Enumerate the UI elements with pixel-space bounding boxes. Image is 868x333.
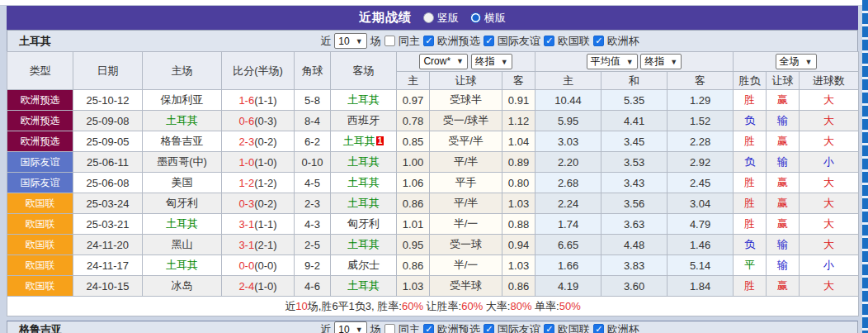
score: 0-0(0-0) xyxy=(222,255,295,276)
goals-result-cell: 大 xyxy=(800,90,859,111)
home-team[interactable]: 土耳其 xyxy=(143,255,222,276)
handicap-result-cell: 赢 xyxy=(767,214,800,235)
col-header-avg-draw: 和 xyxy=(601,72,668,90)
odds-stage-select[interactable]: 终指 ▼ xyxy=(471,54,512,69)
near-label: 近 xyxy=(320,322,331,333)
corner-score: 6-2 xyxy=(295,131,331,152)
match-type-badge: 欧洲预选 xyxy=(7,111,73,131)
home-team[interactable]: 保加利亚 xyxy=(143,90,222,111)
radio-vertical-layout[interactable]: 竖版 xyxy=(423,11,459,26)
home-team[interactable]: 墨西哥(中) xyxy=(143,152,222,173)
crow-home-odds: 0.97 xyxy=(397,90,430,111)
scrollbar[interactable] xyxy=(862,0,868,333)
away-team[interactable]: 土耳其 xyxy=(331,152,397,173)
away-team[interactable]: 土耳其 xyxy=(331,173,397,193)
crow-away-odds: 0.89 xyxy=(502,152,535,173)
table-row: 国际友谊 25-06-11 墨西哥(中) 1-0(1-0) 0-10 土耳其 1… xyxy=(7,152,859,173)
crow-away-odds: 0.88 xyxy=(502,214,535,235)
league-checkbox-friendly[interactable] xyxy=(484,324,494,333)
corner-score: 5-8 xyxy=(295,90,331,111)
away-team[interactable]: 土耳其 xyxy=(331,276,397,297)
table-row: 欧洲预选 25-09-05 格鲁吉亚 2-3(0-2) 6-2 土耳其1 0.8… xyxy=(7,131,859,152)
result-cell: 负 xyxy=(734,235,767,255)
match-date: 24-11-17 xyxy=(73,255,143,276)
home-team[interactable]: 美国 xyxy=(143,173,222,193)
league-checkbox-nations[interactable] xyxy=(544,324,554,333)
table-row: 欧洲预选 25-10-12 保加利亚 1-6(1-1) 5-8 土耳其 0.97… xyxy=(7,90,859,111)
home-team[interactable]: 黑山 xyxy=(143,235,222,255)
handicap-result-cell: 赢 xyxy=(767,131,800,152)
content: 近期战绩 竖版 横版 土耳其 近 10 ▼ 场 同主 xyxy=(7,6,858,333)
avg-stage-select[interactable]: 终指 ▼ xyxy=(640,54,682,69)
same-home-label: 同主 xyxy=(399,34,420,49)
table-row: 欧国联 24-10-15 冰岛 2-4(1-0) 4-6 土耳其 1.03 受半… xyxy=(7,276,859,297)
goals-result-cell: 大 xyxy=(800,111,859,131)
home-team[interactable]: 冰岛 xyxy=(143,276,222,297)
handicap-result-cell: 输 xyxy=(767,235,800,255)
avg-draw-odds: 3.53 xyxy=(601,152,668,173)
avg-draw-odds: 4.41 xyxy=(601,111,668,131)
odds-source-select[interactable]: Crow* ▼ xyxy=(419,54,468,69)
radio-horizontal-label[interactable]: 横版 xyxy=(484,11,506,26)
crow-away-odds: 1.04 xyxy=(502,131,535,152)
crow-handicap: 平/半 xyxy=(430,193,502,214)
page: 近期战绩 竖版 横版 土耳其 近 10 ▼ 场 同主 xyxy=(0,0,868,333)
score: 1-6(1-1) xyxy=(222,90,295,111)
corner-score: 4-6 xyxy=(295,276,331,297)
avg-home-odds: 1.66 xyxy=(535,255,601,276)
match-type-badge: 欧国联 xyxy=(7,193,73,214)
match-date: 25-03-24 xyxy=(73,193,143,214)
avg-away-odds: 2.92 xyxy=(668,152,734,173)
radio-selected-icon[interactable] xyxy=(470,12,481,23)
crow-handicap: 平/半 xyxy=(430,152,502,173)
summary-bar: 近10场,胜6平1负3, 胜率:60% 让胜率:60% 大率:80% 单率:50… xyxy=(7,297,859,316)
match-type-badge: 欧洲预选 xyxy=(7,131,73,152)
col-header-result: 胜负 xyxy=(734,72,767,90)
league-checkbox-euro-qual[interactable] xyxy=(423,324,434,333)
home-team[interactable]: 匈牙利 xyxy=(143,193,222,214)
corner-score: 8-4 xyxy=(295,111,331,131)
away-team[interactable]: 威尔士 xyxy=(331,255,397,276)
chevron-down-icon: ▼ xyxy=(356,326,363,333)
avg-draw-odds: 3.83 xyxy=(601,255,668,276)
avg-source-select[interactable]: 平均值 ▼ xyxy=(587,54,638,69)
avg-home-odds: 2.68 xyxy=(535,173,601,193)
crow-away-odds: 0.91 xyxy=(502,90,535,111)
avg-home-odds: 5.95 xyxy=(535,111,601,131)
away-team[interactable]: 土耳其 xyxy=(331,90,397,111)
match-count-select[interactable]: 10 ▼ xyxy=(334,321,366,333)
chevron-down-icon: ▼ xyxy=(356,37,363,45)
home-team[interactable]: 土耳其 xyxy=(143,214,222,235)
match-type-badge: 欧洲预选 xyxy=(7,90,73,111)
league-checkbox-euro-qual[interactable] xyxy=(423,36,434,46)
handicap-result-cell: 输 xyxy=(767,111,800,131)
match-date: 24-11-20 xyxy=(73,235,143,255)
away-team[interactable]: 土耳其1 xyxy=(331,131,397,152)
match-type-badge: 国际友谊 xyxy=(7,173,73,193)
same-home-checkbox[interactable] xyxy=(384,324,395,333)
league-checkbox-eurocup[interactable] xyxy=(593,36,604,46)
away-team[interactable]: 土耳其 xyxy=(331,235,397,255)
unit-label: 场 xyxy=(370,34,381,49)
radio-vertical-label[interactable]: 竖版 xyxy=(437,11,459,26)
match-type-badge: 欧国联 xyxy=(7,235,73,255)
scope-select[interactable]: 全场 ▼ xyxy=(776,54,817,69)
away-team[interactable]: 匈牙利 xyxy=(331,214,397,235)
away-team[interactable]: 西班牙 xyxy=(331,111,397,131)
league-label-nations: 欧国联 xyxy=(558,322,590,333)
crow-home-odds: 1.06 xyxy=(397,173,430,193)
league-checkbox-nations[interactable] xyxy=(544,36,554,46)
score: 1-0(1-0) xyxy=(222,152,295,173)
same-home-checkbox[interactable] xyxy=(384,36,395,46)
avg-draw-odds: 3.45 xyxy=(601,131,668,152)
away-team[interactable]: 土耳其 xyxy=(331,193,397,214)
table-row: 欧国联 25-03-24 匈牙利 0-3(0-2) 2-3 土耳其 0.86 平… xyxy=(7,193,859,214)
radio-icon[interactable] xyxy=(423,12,434,23)
home-team[interactable]: 土耳其 xyxy=(143,111,222,131)
league-checkbox-eurocup[interactable] xyxy=(593,324,604,333)
home-team[interactable]: 格鲁吉亚 xyxy=(143,131,222,152)
match-count-select[interactable]: 10 ▼ xyxy=(334,33,366,49)
chevron-down-icon: ▼ xyxy=(501,58,508,66)
league-checkbox-friendly[interactable] xyxy=(484,36,494,46)
radio-horizontal-layout[interactable]: 横版 xyxy=(470,11,506,26)
